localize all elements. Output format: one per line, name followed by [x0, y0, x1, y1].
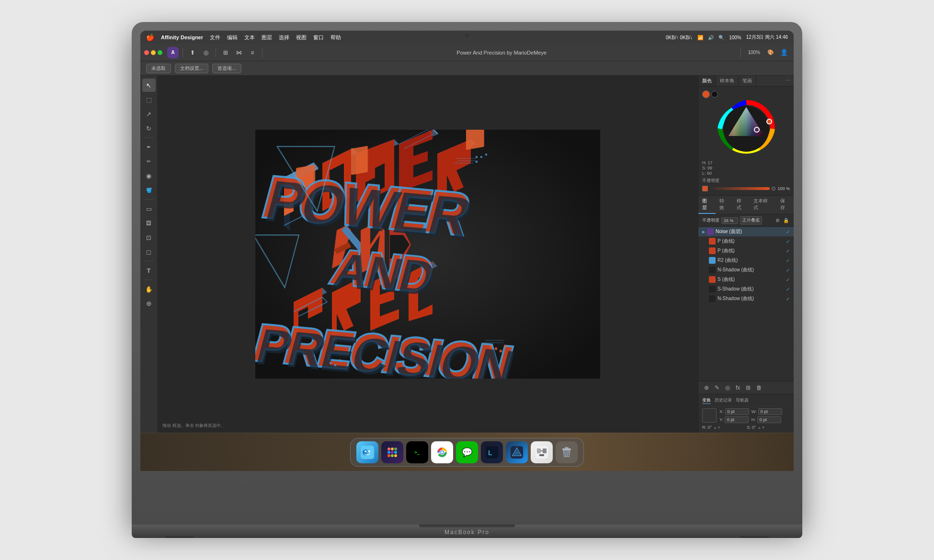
tool-paint[interactable]: ◉ — [142, 169, 156, 182]
group-layer-btn[interactable]: ⊞ — [744, 383, 752, 392]
tool-shapes[interactable]: ◻ — [142, 245, 156, 258]
tool-fill[interactable]: 🪣 — [142, 183, 156, 197]
tool-node[interactable]: ⬚ — [142, 93, 156, 106]
tool-transform-grid[interactable]: ⊡ — [142, 231, 156, 244]
dock-wechat[interactable]: 💬 — [456, 441, 478, 463]
layer-visibility[interactable]: ✓ — [786, 248, 790, 254]
layer-item[interactable]: S (曲线) ✓ — [698, 275, 794, 284]
menu-window[interactable]: 窗口 — [313, 34, 324, 41]
user-icon-btn[interactable]: 👤 — [778, 47, 790, 58]
mask-layer-btn[interactable]: ◎ — [723, 383, 732, 392]
layer-item[interactable]: S-Shadow (曲线) ✓ — [698, 284, 794, 294]
layer-visibility[interactable]: ✓ — [786, 296, 790, 302]
layers-tab-text-styles[interactable]: 文本样式 — [750, 196, 776, 214]
layer-item[interactable]: N-Shadow (曲线) ✓ — [698, 294, 794, 303]
volume-icon[interactable]: 🔊 — [708, 35, 714, 40]
s-stepper[interactable]: ▲▼ — [758, 426, 765, 430]
layers-tab-styles[interactable]: 样式 — [733, 196, 750, 214]
affinity-logo-btn[interactable]: A — [167, 47, 179, 58]
layers-blend-mode[interactable]: 正片叠底 — [740, 216, 762, 224]
tool-text[interactable]: T — [142, 264, 156, 277]
tool-rect[interactable]: ▭ — [142, 202, 156, 215]
share-btn[interactable]: ⬆ — [187, 47, 198, 58]
dock-liquid[interactable]: L — [481, 441, 503, 463]
tab-navigator[interactable]: 导航器 — [736, 397, 749, 404]
layer-visibility[interactable]: ✓ — [786, 277, 790, 282]
tab-color[interactable]: 颜色 — [698, 76, 716, 86]
opacity-slider[interactable] — [710, 187, 770, 190]
panel-options-btn[interactable]: ⋯ — [783, 76, 794, 86]
delete-layer-btn[interactable]: 🗑 — [754, 383, 764, 392]
dock-filemerge[interactable] — [531, 441, 553, 463]
x-input[interactable] — [725, 408, 749, 415]
align-btn[interactable]: ≡ — [247, 47, 258, 58]
tab-transform[interactable]: 变换 — [702, 397, 711, 404]
layers-tab-save[interactable]: 保存 — [776, 196, 794, 214]
layer-visibility[interactable]: ✓ — [786, 239, 790, 244]
tool-zoom[interactable]: ⊕ — [142, 297, 156, 310]
zoom-level[interactable]: 100% — [745, 47, 763, 58]
layers-lock-btn[interactable]: 🔒 — [782, 217, 790, 224]
tool-image[interactable]: 🖼 — [142, 216, 156, 230]
background-color[interactable] — [711, 91, 718, 98]
add-layer-btn[interactable]: ⊕ — [702, 383, 711, 392]
prefs-btn[interactable]: 首选项... — [212, 64, 241, 73]
personas-btn[interactable]: ◎ — [200, 47, 212, 58]
menu-view[interactable]: 视图 — [296, 34, 307, 41]
layer-item[interactable]: R2 (曲线) ✓ — [698, 256, 794, 265]
search-icon[interactable]: 🔍 — [718, 35, 724, 40]
edit-layer-btn[interactable]: ✎ — [713, 383, 721, 392]
tool-pen[interactable]: ✒ — [142, 140, 156, 154]
foreground-color[interactable] — [702, 90, 710, 98]
dock-launchpad[interactable] — [381, 441, 403, 463]
r-stepper[interactable]: ▲▼ — [713, 426, 721, 430]
layer-item[interactable]: P (曲线) ✓ — [698, 236, 794, 246]
menu-help[interactable]: 帮助 — [330, 34, 341, 41]
fx-btn[interactable]: fx — [734, 383, 742, 392]
apple-logo-icon[interactable]: 🍎 — [146, 34, 154, 41]
grid-btn[interactable]: ⊞ — [220, 47, 231, 58]
color-mode-btn[interactable]: 🎨 — [765, 47, 776, 58]
close-button[interactable] — [144, 50, 149, 55]
menu-file[interactable]: 文件 — [210, 34, 220, 41]
layer-visibility[interactable]: ✓ — [786, 287, 790, 292]
tab-history[interactable]: 历史记录 — [715, 397, 732, 404]
layers-tab-layers[interactable]: 图层 — [698, 196, 716, 214]
tool-rotate[interactable]: ↻ — [142, 122, 156, 135]
menu-select[interactable]: 选择 — [279, 34, 289, 41]
layers-tab-effects[interactable]: 特效 — [716, 196, 733, 214]
layer-visibility[interactable]: ✓ — [786, 229, 790, 235]
tool-hand[interactable]: ✋ — [142, 282, 156, 296]
tool-crop[interactable]: ↗ — [142, 107, 156, 121]
layers-opacity-input[interactable] — [721, 217, 738, 224]
h-input[interactable] — [757, 416, 781, 423]
layer-visibility[interactable]: ✓ — [786, 258, 790, 263]
doc-settings-btn[interactable]: 文档设置... — [175, 64, 208, 73]
canvas-area[interactable]: POWER POWER POWER AND AND AND — [158, 76, 698, 433]
tab-swatches[interactable]: 样本角 — [716, 76, 739, 86]
layer-item[interactable]: P (曲线) ✓ — [698, 246, 794, 256]
minimize-button[interactable] — [151, 50, 156, 55]
menu-edit[interactable]: 编辑 — [227, 34, 238, 41]
no-select-btn[interactable]: 未选取 — [146, 64, 171, 73]
tool-select[interactable]: ↖ — [142, 78, 156, 92]
menu-layer[interactable]: 图层 — [262, 34, 272, 41]
tab-stroke[interactable]: 笔画 — [739, 76, 756, 86]
tool-pencil[interactable]: ✏ — [142, 155, 156, 168]
dock-trash[interactable] — [556, 441, 578, 463]
snap-btn[interactable]: ⋈ — [233, 47, 245, 58]
layers-settings-btn[interactable]: ⚙ — [774, 217, 781, 224]
layer-visibility[interactable]: ✓ — [786, 268, 790, 273]
app-name-menu[interactable]: Affinity Designer — [161, 34, 203, 40]
dock-finder[interactable] — [356, 441, 378, 463]
y-input[interactable] — [725, 416, 749, 423]
dock-terminal[interactable]: >_ — [406, 441, 428, 463]
menu-text[interactable]: 文本 — [244, 34, 255, 41]
layer-item[interactable]: ▶ Noise (面层) ✓ — [698, 227, 794, 236]
w-input[interactable] — [758, 408, 782, 415]
dock-chrome[interactable] — [431, 441, 453, 463]
layer-item[interactable]: N-Shadow (曲线) ✓ — [698, 265, 794, 275]
maximize-button[interactable] — [158, 50, 162, 55]
color-wheel[interactable] — [718, 100, 775, 157]
dock-affinity[interactable] — [506, 441, 528, 463]
